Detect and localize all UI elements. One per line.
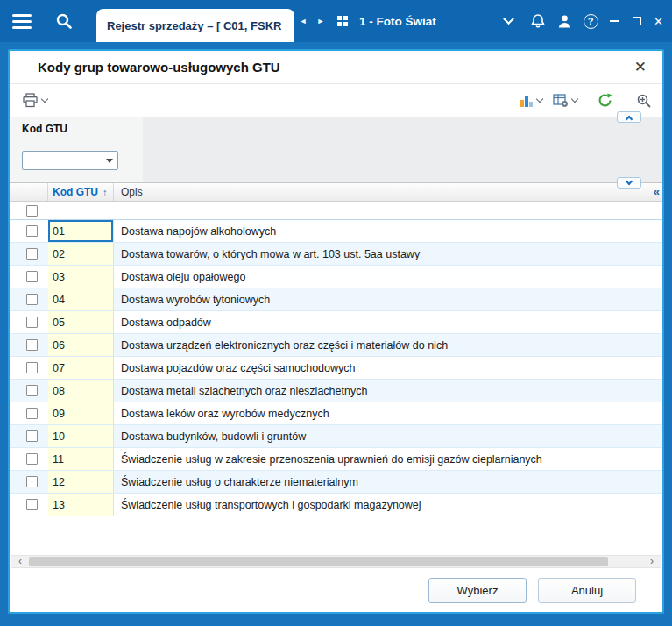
row-checkbox[interactable] [26, 408, 38, 419]
table-row[interactable]: 12 Świadczenie usług o charakterze niema… [10, 471, 662, 494]
app-content-frame: Kody grup towarowo-usługowych GTU ✕ [0, 42, 672, 626]
row-checkbox-cell [10, 357, 48, 379]
cell-kod-gtu[interactable]: 12 [48, 471, 114, 493]
maximize-button[interactable] [626, 0, 647, 42]
cell-opis[interactable]: Dostawa wyrobów tytoniowych [114, 288, 662, 310]
bar-chart-icon [520, 94, 534, 108]
user-button[interactable] [551, 0, 577, 42]
table-row[interactable]: 01 Dostawa napojów alkoholowych [10, 220, 662, 243]
cell-opis[interactable]: Dostawa napojów alkoholowych [114, 220, 662, 242]
row-checkbox[interactable] [26, 294, 38, 305]
table-row[interactable]: 10 Dostawa budynków, budowli i gruntów [10, 425, 662, 448]
column-kod-label: Kod GTU [53, 186, 98, 198]
minimize-button[interactable] [604, 0, 626, 42]
table-row[interactable]: 09 Dostawa leków oraz wyrobów medycznych [10, 402, 662, 425]
cell-kod-gtu[interactable]: 06 [48, 334, 114, 356]
refresh-button[interactable] [597, 92, 613, 109]
cell-opis[interactable]: Świadczenie usług transportowych i gospo… [114, 494, 662, 516]
cell-kod-gtu[interactable]: 04 [48, 288, 114, 310]
select-button[interactable]: Wybierz [428, 578, 527, 603]
row-checkbox[interactable] [26, 225, 38, 237]
table-row[interactable]: 03 Dostawa oleju opałowego [10, 266, 662, 288]
tab-title: Rejestr sprzedaży – [ C01, FSKR [107, 19, 281, 32]
cell-kod-gtu[interactable]: 08 [48, 380, 114, 402]
row-checkbox[interactable] [26, 499, 38, 510]
row-checkbox-cell [10, 448, 48, 470]
minimize-icon [610, 20, 619, 22]
cell-opis[interactable]: Dostawa pojazdów oraz części samochodowy… [114, 357, 662, 379]
chart-chevron-down-icon [536, 96, 543, 103]
select-all-row [10, 202, 662, 220]
cell-kod-gtu[interactable]: 07 [48, 357, 114, 379]
cell-kod-gtu[interactable]: 02 [48, 243, 114, 265]
row-checkbox[interactable] [26, 317, 38, 328]
scroll-right-button[interactable]: › [645, 556, 659, 567]
table-row[interactable]: 05 Dostawa odpadów [10, 311, 662, 334]
table-row[interactable]: 11 Świadczenie usług w zakresie przenosz… [10, 448, 662, 471]
row-checkbox[interactable] [26, 453, 38, 465]
print-button[interactable] [22, 93, 47, 108]
table-row[interactable]: 13 Świadczenie usług transportowych i go… [10, 494, 662, 516]
cell-kod-gtu[interactable]: 13 [48, 494, 114, 516]
tab-scroll-left-button[interactable]: ◄ [294, 0, 312, 42]
cell-kod-gtu[interactable]: 03 [48, 266, 114, 288]
cell-kod-gtu[interactable]: 09 [48, 402, 114, 424]
table-row[interactable]: 08 Dostawa metali szlachetnych oraz nies… [10, 380, 662, 402]
scroll-left-button[interactable]: ‹ [13, 556, 27, 567]
notifications-button[interactable] [525, 0, 551, 42]
collapse-side-panel-button[interactable]: « [654, 185, 660, 198]
row-checkbox[interactable] [26, 339, 38, 351]
sort-ascending-icon: ↑ [103, 187, 108, 197]
cell-kod-gtu[interactable]: 01 [48, 220, 114, 242]
print-chevron-down-icon [41, 96, 48, 103]
apps-grid-icon[interactable] [329, 0, 356, 42]
cell-opis[interactable]: Dostawa metali szlachetnych oraz nieszla… [114, 380, 662, 402]
grid-settings-button[interactable] [553, 94, 577, 108]
cell-kod-gtu[interactable]: 05 [48, 311, 114, 333]
row-checkbox[interactable] [26, 248, 38, 260]
expand-filter-button[interactable] [617, 177, 641, 189]
combo-chevron-down-icon[interactable] [102, 152, 117, 169]
table-row[interactable]: 04 Dostawa wyrobów tytoniowych [10, 288, 662, 311]
tab-scroll-right-button[interactable]: ► [312, 0, 329, 42]
dialog-close-button[interactable]: ✕ [634, 60, 647, 75]
cell-opis[interactable]: Dostawa leków oraz wyrobów medycznych [114, 402, 662, 424]
row-checkbox[interactable] [26, 430, 38, 442]
chart-button[interactable] [520, 94, 542, 108]
table-row[interactable]: 02 Dostawa towarów, o których mowa w art… [10, 243, 662, 266]
cell-opis[interactable]: Dostawa towarów, o których mowa w art. 1… [114, 243, 662, 265]
dialog-footer: Wybierz Anuluj [10, 568, 662, 612]
cell-opis[interactable]: Dostawa budynków, budowli i gruntów [114, 425, 662, 447]
collapse-filter-button[interactable] [617, 111, 641, 123]
table-row[interactable]: 07 Dostawa pojazdów oraz części samochod… [10, 357, 662, 380]
select-all-checkbox[interactable] [26, 205, 38, 217]
row-checkbox[interactable] [26, 271, 38, 282]
menu-button[interactable] [0, 0, 44, 42]
help-button[interactable]: ? [577, 0, 604, 42]
cell-opis[interactable]: Dostawa urządzeń elektronicznych oraz cz… [114, 334, 662, 356]
company-chevron-down-icon[interactable] [503, 13, 514, 25]
row-checkbox[interactable] [26, 362, 38, 373]
horizontal-scrollbar[interactable]: ‹ › [11, 555, 661, 568]
gtu-filter-select[interactable] [22, 151, 118, 170]
cell-kod-gtu[interactable]: 11 [48, 448, 114, 470]
cell-opis[interactable]: Świadczenie usług o charakterze niemater… [114, 471, 662, 493]
column-opis[interactable]: Opis [114, 183, 662, 201]
cell-opis[interactable]: Świadczenie usług w zakresie przenoszeni… [114, 448, 662, 470]
row-checkbox[interactable] [26, 385, 38, 396]
row-checkbox-cell [10, 402, 48, 424]
search-button[interactable] [44, 0, 84, 42]
table-row[interactable]: 06 Dostawa urządzeń elektronicznych oraz… [10, 334, 662, 357]
cell-kod-gtu[interactable]: 10 [48, 425, 114, 447]
window-close-button[interactable]: ✕ [647, 0, 669, 42]
column-kod-gtu[interactable]: Kod GTU ↑ [48, 183, 114, 201]
row-checkbox-cell [10, 288, 48, 310]
row-checkbox[interactable] [26, 476, 38, 487]
tab-rejestr-sprzedazy[interactable]: Rejestr sprzedaży – [ C01, FSKR [96, 9, 294, 42]
cell-opis[interactable]: Dostawa oleju opałowego [114, 266, 662, 288]
scrollbar-thumb[interactable] [29, 557, 608, 566]
cancel-button[interactable]: Anuluj [538, 578, 636, 603]
zoom-search-button[interactable] [636, 93, 652, 109]
cell-opis[interactable]: Dostawa odpadów [114, 311, 662, 333]
search-icon [54, 11, 74, 31]
